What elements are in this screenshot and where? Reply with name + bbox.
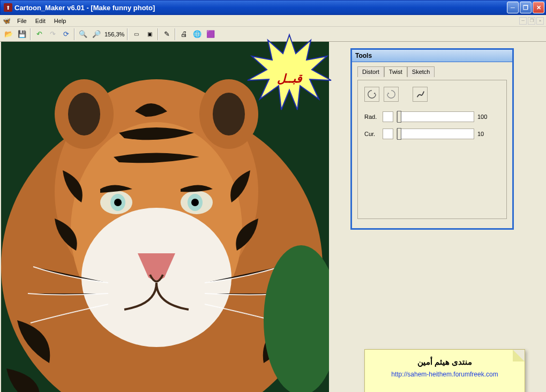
tools-tabs: Distort Twist Sketch <box>357 66 507 77</box>
tab-sketch[interactable]: Sketch <box>407 66 435 77</box>
radius-label: Rad. <box>364 114 379 120</box>
brush-button[interactable]: ✎ <box>160 28 173 41</box>
separator <box>74 28 75 40</box>
workspace: قبــل Tools Distort Twist Sketch <box>0 42 546 392</box>
svg-point-6 <box>68 93 100 135</box>
curve-label: Cur. <box>364 131 379 137</box>
curve-value: 10 <box>477 131 484 137</box>
zoom-in-button[interactable]: 🔎 <box>90 28 103 41</box>
window-titlebar: ⬆ Cartoon_Maker v6.01 - [Make funny phot… <box>0 0 546 15</box>
curve-min-input[interactable] <box>383 129 393 139</box>
curve-row: Cur. 10 <box>364 129 500 139</box>
tab-twist[interactable]: Twist <box>384 66 407 77</box>
separator <box>158 28 159 40</box>
close-button[interactable]: ✕ <box>533 2 544 13</box>
radius-slider[interactable] <box>397 111 474 122</box>
radius-min-input[interactable] <box>383 111 393 122</box>
selection-button[interactable]: ▭ <box>130 28 143 41</box>
image-canvas[interactable] <box>1 42 329 392</box>
separator <box>175 28 176 40</box>
twist-ccw-button[interactable] <box>364 87 379 102</box>
tools-panel: Tools Distort Twist Sketch <box>350 48 514 230</box>
note-title: منتدى هيثم أمين <box>370 357 519 367</box>
mdi-close-button[interactable]: × <box>536 17 544 25</box>
apply-twist-button[interactable] <box>413 87 428 102</box>
svg-point-14 <box>191 199 199 206</box>
save-button[interactable]: 💾 <box>16 28 28 41</box>
refresh-button[interactable]: ⟳ <box>59 28 72 41</box>
maximize-button[interactable]: ❐ <box>520 2 532 13</box>
properties-button[interactable]: 🟪 <box>204 28 217 41</box>
menubar: 🦋 File Edit Help ─ ❐ × <box>0 15 546 27</box>
separator <box>30 28 31 40</box>
open-button[interactable]: 📂 <box>2 28 15 41</box>
window-title: Cartoon_Maker v6.01 - [Make funny photo] <box>14 4 507 12</box>
twist-panel: Rad. 100 Cur. 10 <box>357 80 507 219</box>
toolbar: 📂 💾 ↶ ↷ ⟳ 🔍 🔎 156,3% ▭ ▣ ✎ 🖨 🌐 🟪 <box>0 27 546 42</box>
zoom-level[interactable]: 156,3% <box>103 31 125 37</box>
radius-row: Rad. 100 <box>364 111 500 122</box>
minimize-button[interactable]: ─ <box>507 2 519 13</box>
radius-value: 100 <box>477 114 487 120</box>
zoom-out-button[interactable]: 🔍 <box>77 28 89 41</box>
fit-button[interactable]: ▣ <box>143 28 156 41</box>
twist-cw-button[interactable] <box>384 87 399 102</box>
svg-point-8 <box>213 93 245 135</box>
mdi-restore-button[interactable]: ❐ <box>528 17 535 25</box>
svg-point-11 <box>114 199 122 206</box>
mdi-minimize-button[interactable]: ─ <box>519 17 527 25</box>
menu-edit[interactable]: Edit <box>31 17 50 25</box>
web-button[interactable]: 🌐 <box>191 28 204 41</box>
tab-distort[interactable]: Distort <box>357 66 384 77</box>
sticky-note: منتدى هيثم أمين http://sahem-heithem.for… <box>364 349 525 392</box>
redo-button[interactable]: ↷ <box>46 28 59 41</box>
print-button[interactable]: 🖨 <box>177 28 190 41</box>
doc-icon: 🦋 <box>2 17 11 25</box>
note-fold-icon <box>513 350 525 361</box>
curve-slider[interactable] <box>397 129 474 139</box>
menu-file[interactable]: File <box>13 17 31 25</box>
undo-button[interactable]: ↶ <box>33 28 46 41</box>
note-link[interactable]: http://sahem-heithem.forumfreek.com <box>391 371 498 378</box>
menu-help[interactable]: Help <box>50 17 71 25</box>
app-icon: ⬆ <box>4 3 12 12</box>
tiger-image <box>1 42 329 392</box>
separator <box>127 28 128 40</box>
tools-panel-title: Tools <box>352 50 512 62</box>
